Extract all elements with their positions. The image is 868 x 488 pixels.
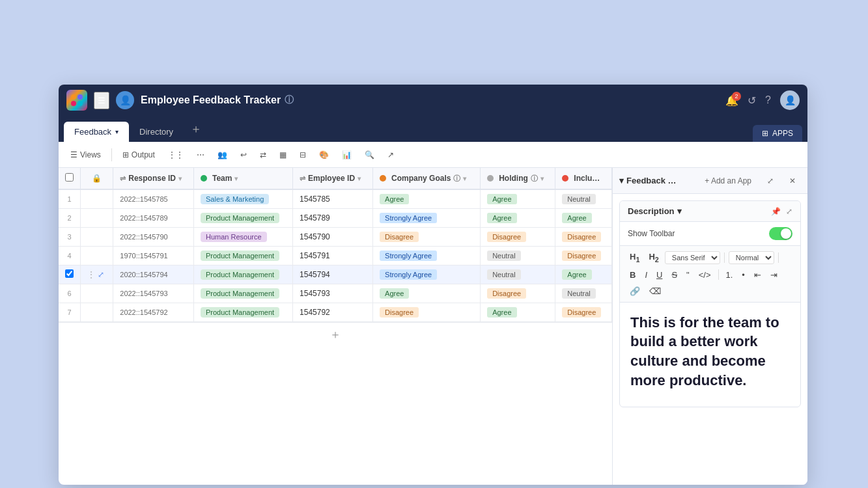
notification-badge: 2 [732, 92, 741, 101]
team-badge: Product Management [201, 213, 279, 223]
group-button[interactable]: 👥 [212, 148, 232, 162]
add-row-button[interactable]: ＋ [59, 322, 612, 346]
field-button[interactable]: ⇄ [255, 148, 272, 162]
row-checkbox-cell[interactable]: 4 [59, 247, 81, 265]
apps-button[interactable]: ⊞ APPS [753, 125, 802, 142]
views-icon: ☰ [70, 150, 77, 159]
col-response-id-sort[interactable]: ▾ [178, 175, 182, 182]
row-checkbox-cell[interactable]: 2 [59, 209, 81, 228]
chevron-down-icon[interactable]: ▾ [619, 176, 624, 185]
description-text-content[interactable]: This is for the team to build a better w… [620, 303, 800, 407]
filter-button[interactable]: ⊟ [294, 148, 311, 162]
fmt-strikethrough[interactable]: S [668, 268, 680, 282]
description-chevron[interactable]: ▾ [677, 206, 682, 216]
col-employee-id-sort[interactable]: ▾ [357, 175, 361, 182]
fmt-sep-1 [724, 252, 725, 263]
tab-add-button[interactable]: ＋ [184, 116, 208, 142]
row-team: Product Management [193, 247, 292, 265]
col-holding-sort[interactable]: ▾ [540, 175, 544, 182]
row-checkbox-cell[interactable]: 6 [59, 284, 81, 303]
fmt-indent-left[interactable]: ⇤ [751, 268, 764, 282]
share-button[interactable]: ↗ [382, 148, 399, 162]
output-button[interactable]: ⊞ Output [117, 148, 160, 162]
tab-directory[interactable]: Directory [129, 122, 184, 142]
row-actions-cell [81, 303, 113, 322]
col-company-goals[interactable]: Company Goals ⓘ ▾ [373, 168, 481, 189]
col-lock: 🔒 [81, 168, 113, 189]
row-checkbox-cell[interactable] [59, 265, 81, 284]
font-size-select[interactable]: Normal [729, 251, 774, 264]
row-inclu: Disagree [555, 303, 612, 322]
col-checkbox[interactable] [59, 168, 81, 189]
chart-button[interactable]: 📊 [337, 148, 357, 162]
description-label: Description [628, 206, 675, 216]
undo-button[interactable]: ↩ [235, 148, 252, 162]
row-team: Product Management [193, 209, 292, 228]
history-button[interactable]: ↺ [748, 94, 756, 107]
row-checkbox[interactable] [65, 269, 74, 278]
views-button[interactable]: ☰ Views [65, 148, 106, 162]
col-team-sort[interactable]: ▾ [234, 175, 238, 182]
description-pin-button[interactable]: 📌 [771, 207, 781, 216]
col-response-id[interactable]: ⇌ Response ID ▾ [113, 168, 194, 189]
table-row: 1 2022::1545785 Sales & Marketing 154578… [59, 189, 612, 209]
holding-value: Agree [487, 307, 516, 318]
row-expand-icon[interactable]: ⤢ [98, 270, 104, 279]
fmt-h1[interactable]: H1 [626, 250, 643, 265]
show-toolbar-toggle[interactable] [769, 227, 792, 240]
close-panel-button[interactable]: ✕ [784, 174, 801, 187]
inclu-value: Disagree [562, 251, 601, 261]
layout-button[interactable]: ▦ [274, 148, 292, 162]
table-row: 7 2022::1545792 Product Management 15457… [59, 303, 612, 322]
fmt-quote[interactable]: " [683, 268, 693, 282]
color-button[interactable]: 🎨 [314, 148, 334, 162]
col-holding[interactable]: Holding ⓘ ▾ [481, 168, 555, 189]
help-button[interactable]: ? [765, 94, 771, 106]
hamburger-button[interactable]: ☰ [94, 92, 109, 109]
side-panel-actions: + Add an App ⤢ ✕ [699, 174, 801, 187]
toolbar: ☰ Views ⊞ Output ⋮⋮ ⋯ 👥 ↩ ⇄ ▦ ⊟ 🎨 📊 🔍 ↗ [59, 142, 807, 168]
fmt-ordered-list[interactable]: 1. [723, 268, 736, 282]
description-expand-button[interactable]: ⤢ [786, 207, 792, 216]
fmt-code[interactable]: </> [695, 268, 714, 282]
row-employee-id: 1545792 [293, 303, 373, 322]
col-team[interactable]: Team ▾ [193, 168, 292, 189]
row-holding: Disagree [481, 228, 555, 247]
row-actions-cell [81, 228, 113, 247]
fmt-italic[interactable]: I [641, 268, 651, 282]
app-window: ☰ 👤 Employee Feedback Tracker ⓘ 🔔 2 ↺ ? … [59, 85, 807, 485]
fmt-indent-right[interactable]: ⇥ [767, 268, 781, 282]
select-all-checkbox[interactable] [65, 173, 74, 182]
fmt-bold[interactable]: B [626, 268, 639, 282]
row-num: 7 [67, 308, 71, 316]
row-checkbox-cell[interactable]: 7 [59, 303, 81, 322]
col-inclu[interactable]: Inclu… [555, 168, 612, 189]
add-app-button[interactable]: + Add an App [699, 174, 757, 187]
row-count-button[interactable]: ⋮⋮ [163, 148, 189, 162]
user-avatar[interactable]: 👤 [780, 90, 800, 110]
row-checkbox-cell[interactable]: 3 [59, 228, 81, 247]
info-icon[interactable]: ⓘ [285, 94, 294, 106]
fmt-clear[interactable]: ⌫ [646, 284, 664, 298]
row-response-id: 2022::1545785 [113, 189, 194, 209]
row-company-goals: Agree [373, 189, 481, 209]
tab-feedback[interactable]: Feedback ▾ [64, 122, 129, 142]
fmt-h2[interactable]: H2 [645, 250, 662, 265]
tab-bar: Feedback ▾ Directory ＋ ⊞ APPS [59, 116, 807, 142]
fmt-unordered-list[interactable]: • [738, 268, 748, 282]
col-company-goals-sort[interactable]: ▾ [463, 175, 466, 182]
fmt-underline[interactable]: U [653, 268, 665, 282]
font-family-select[interactable]: Sans Serif [665, 251, 720, 264]
row-drag-handle[interactable]: ⋮ [87, 270, 95, 279]
more-button[interactable]: ⋯ [191, 148, 210, 162]
fmt-link[interactable]: 🔗 [626, 284, 643, 298]
notification-button[interactable]: 🔔 2 [725, 94, 738, 107]
col-company-goals-label: Company Goals [391, 174, 451, 183]
col-employee-id[interactable]: ⇌ Employee ID ▾ [293, 168, 373, 189]
row-company-goals: Strongly Agree [373, 265, 481, 284]
fmt-sep-3 [718, 269, 719, 280]
expand-panel-button[interactable]: ⤢ [762, 174, 779, 187]
row-inclu: Disagree [555, 228, 612, 247]
search-button[interactable]: 🔍 [359, 148, 380, 162]
row-checkbox-cell[interactable]: 1 [59, 189, 81, 209]
